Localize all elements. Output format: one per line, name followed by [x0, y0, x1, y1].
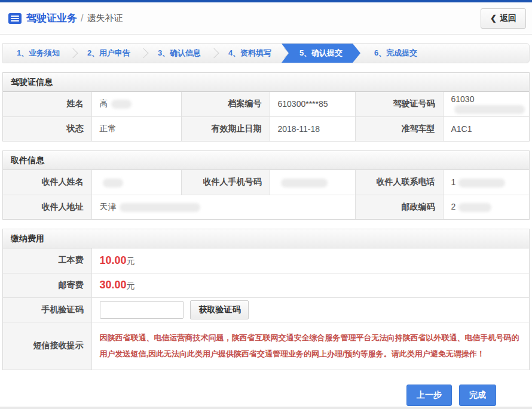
list-icon [8, 13, 22, 24]
redacted-value [458, 179, 505, 187]
name-label: 姓名 [3, 92, 91, 116]
back-button[interactable]: ❮ 返回 [481, 8, 526, 29]
step-bar-filler [431, 44, 529, 63]
work-fee-value: 10.00元 [91, 248, 529, 273]
status-label: 状态 [3, 116, 91, 141]
captcha-label: 手机验证码 [3, 297, 91, 322]
post-fee-label: 邮寄费 [3, 273, 91, 297]
pickup-section-title: 取件信息 [3, 151, 529, 170]
expiry-label: 有效期止日期 [181, 116, 270, 141]
address-value: 天津 [91, 195, 355, 219]
postcode-value: 2 [443, 195, 529, 219]
license-info-section: 驾驶证信息 姓名 高 档案编号 610300****85 驾驶证号码 61030… [2, 72, 530, 142]
name-value: 高 [91, 92, 181, 116]
fees-table: 工本费 10.00元 邮寄费 30.00元 手机验证码 获取验证码 短信接收提示… [3, 248, 529, 370]
recipient-phone-value: 1 [443, 170, 529, 195]
table-row: 手机验证码 获取验证码 [3, 297, 529, 322]
fees-section-title: 缴纳费用 [3, 229, 529, 248]
back-button-label: 返回 [500, 13, 516, 24]
footer-actions: 上一步 完成 [0, 385, 496, 406]
vehicle-class-label: 准驾车型 [355, 116, 443, 141]
recipient-mobile-value [270, 170, 355, 195]
fees-section: 缴纳费用 工本费 10.00元 邮寄费 30.00元 手机验证码 获取验证码 短… [2, 229, 530, 370]
redacted-value [458, 203, 491, 212]
table-row: 收件人姓名 收件人手机号码 收件人联系电话 1 [3, 170, 529, 195]
vehicle-class-value: A1C1 [443, 116, 529, 141]
table-row: 姓名 高 档案编号 610300****85 驾驶证号码 61030 [3, 92, 529, 116]
recipient-mobile-label: 收件人手机号码 [181, 170, 270, 195]
sms-tip-label: 短信接收提示 [3, 322, 91, 370]
step-2-user-declaration: 2、用户申告 [74, 44, 144, 63]
postcode-label: 邮政编码 [355, 195, 443, 219]
table-row: 工本费 10.00元 [3, 248, 529, 273]
redacted-value [103, 179, 123, 187]
table-row: 短信接收提示 因陕西省联通、电信运营商技术问题，陕西省互联网交通安全综合服务管理… [3, 322, 529, 370]
table-row: 收件人地址 天津 邮政编码 2 [3, 195, 529, 219]
license-no-value: 61030 [443, 92, 529, 116]
captcha-cell: 获取验证码 [91, 297, 529, 322]
redacted-value [454, 105, 525, 114]
sms-tip-cell: 因陕西省联通、电信运营商技术问题，陕西省互联网交通安全综合服务管理平台无法向持陕… [91, 322, 529, 370]
address-label: 收件人地址 [3, 195, 91, 219]
captcha-input[interactable] [100, 301, 184, 319]
status-value: 正常 [91, 116, 181, 141]
pickup-info-section: 取件信息 收件人姓名 收件人手机号码 收件人联系电话 1 收件人地址 天津 邮政… [2, 150, 530, 220]
step-3-confirm-info: 3、确认信息 [144, 44, 215, 63]
step-4-fill-material: 4、资料填写 [215, 44, 285, 63]
step-5-confirm-submit-active: 5、确认提交 [282, 44, 360, 63]
recipient-name-value [91, 170, 181, 195]
file-no-value: 610300****85 [270, 92, 355, 116]
finish-button[interactable]: 完成 [459, 385, 496, 406]
table-row: 状态 正常 有效期止日期 2018-11-18 准驾车型 A1C1 [3, 116, 529, 141]
redacted-value [281, 179, 328, 187]
recipient-name-label: 收件人姓名 [3, 170, 91, 195]
page-header: 驾驶证业务 / 遗失补证 ❮ 返回 [0, 2, 532, 35]
expiry-value: 2018-11-18 [270, 116, 355, 141]
license-info-table: 姓名 高 档案编号 610300****85 驾驶证号码 61030 状态 正常… [3, 92, 529, 141]
chevron-left-icon: ❮ [490, 14, 497, 23]
redacted-value [111, 100, 132, 109]
step-1-business-notice: 1、业务须知 [3, 44, 74, 63]
post-fee-value: 30.00元 [91, 273, 529, 297]
license-no-label: 驾驶证号码 [355, 92, 443, 116]
table-row: 邮寄费 30.00元 [3, 273, 529, 297]
sms-tip-text: 因陕西省联通、电信运营商技术问题，陕西省互联网交通安全综合服务管理平台无法向持陕… [92, 322, 530, 370]
license-section-title: 驾驶证信息 [3, 73, 529, 92]
bottom-divider [0, 407, 532, 409]
page: 驾驶证业务 / 遗失补证 ❮ 返回 1、业务须知 2、用户申告 3、确认信息 4… [0, 0, 532, 409]
breadcrumb-divider: / [81, 13, 83, 24]
breadcrumb-current: 遗失补证 [87, 13, 123, 24]
pickup-info-table: 收件人姓名 收件人手机号码 收件人联系电话 1 收件人地址 天津 邮政编码 2 [3, 170, 529, 219]
get-captcha-button[interactable]: 获取验证码 [190, 300, 249, 319]
work-fee-label: 工本费 [3, 248, 91, 273]
redacted-value [120, 203, 200, 212]
recipient-phone-label: 收件人联系电话 [355, 170, 443, 195]
step-progress-bar: 1、业务须知 2、用户申告 3、确认信息 4、资料填写 5、确认提交 6、完成提… [2, 43, 530, 63]
step-6-complete-submit: 6、完成提交 [360, 44, 431, 63]
file-no-label: 档案编号 [181, 92, 270, 116]
page-title: 驾驶证业务 [26, 11, 77, 25]
previous-step-button[interactable]: 上一步 [406, 385, 452, 406]
